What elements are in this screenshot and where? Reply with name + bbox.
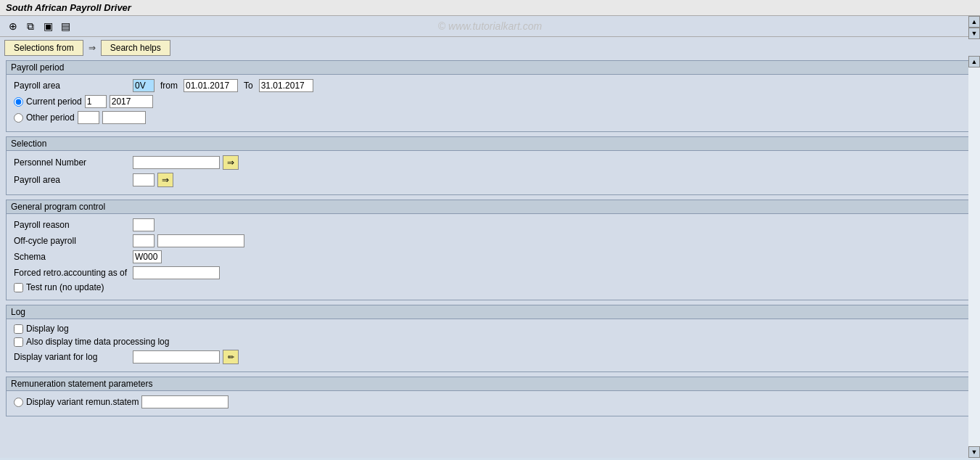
remuneration-header: Remuneration statement parameters <box>7 377 973 391</box>
selection-section: Selection Personnel Number ⇒ Payroll are… <box>6 136 974 195</box>
toolbar-icon-4[interactable]: ▤ <box>58 19 73 33</box>
other-period-num-input[interactable] <box>78 111 99 124</box>
from-label: from <box>160 81 178 91</box>
display-variant-remun-label: Display variant remun.statem <box>26 397 139 407</box>
tab-search-helps[interactable]: Search helps <box>101 40 170 56</box>
payroll-period-header: Payroll period <box>7 61 973 75</box>
schema-label: Schema <box>14 252 130 262</box>
content-scroll-up[interactable]: ▲ <box>968 56 980 67</box>
payroll-area-label: Payroll area <box>14 81 130 91</box>
payroll-area-row: Payroll area from To <box>14 79 966 92</box>
display-log-row: Display log <box>14 324 966 334</box>
payroll-reason-row: Payroll reason <box>14 218 966 231</box>
other-period-row: Other period <box>14 111 966 124</box>
personnel-number-input[interactable] <box>133 156 220 169</box>
also-display-checkbox[interactable] <box>14 337 23 347</box>
toolbar-icon-1[interactable]: ⊕ <box>6 19 20 33</box>
selection-payroll-area-row: Payroll area ⇒ <box>14 173 966 187</box>
display-variant-edit-btn[interactable]: ✏ <box>223 350 239 364</box>
also-display-row: Also display time data processing log <box>14 337 966 347</box>
tab-arrow-icon: ⇒ <box>85 41 99 55</box>
payroll-area-input[interactable] <box>133 79 155 92</box>
display-variant-remun-row: Display variant remun.statem <box>14 395 966 408</box>
watermark: © www.tutorialkart.com <box>438 20 542 32</box>
display-variant-log-row: Display variant for log ✏ <box>14 350 966 364</box>
tab-selections-from[interactable]: Selections from <box>4 40 83 56</box>
off-cycle-input-2[interactable] <box>157 234 244 247</box>
remuneration-body: Display variant remun.statem <box>7 391 973 416</box>
forced-retro-input[interactable] <box>133 266 220 279</box>
scroll-track <box>968 67 980 446</box>
to-date-input[interactable] <box>259 79 313 92</box>
current-period-row: Current period <box>14 95 966 108</box>
display-log-checkbox[interactable] <box>14 324 23 334</box>
general-program-control-header: General program control <box>7 200 973 214</box>
payroll-area-arrow-btn[interactable]: ⇒ <box>157 173 173 187</box>
test-run-checkbox[interactable] <box>14 283 23 292</box>
schema-row: Schema <box>14 250 966 263</box>
payroll-period-body: Payroll area from To Current period Othe… <box>7 75 973 131</box>
test-run-label: Test run (no update) <box>26 282 104 292</box>
tab-bar: Selections from ⇒ Search helps <box>0 37 980 56</box>
off-cycle-input-1[interactable] <box>133 234 155 247</box>
selection-payroll-area-input[interactable] <box>133 173 155 186</box>
log-section: Log Display log Also display time data p… <box>6 305 974 372</box>
test-run-row: Test run (no update) <box>14 282 966 292</box>
toolbar-icon-3[interactable]: ▣ <box>41 19 55 33</box>
personnel-number-label: Personnel Number <box>14 157 130 168</box>
display-variant-log-input[interactable] <box>133 350 220 364</box>
other-period-label: Other period <box>26 112 75 123</box>
payroll-reason-input[interactable] <box>133 218 155 231</box>
current-period-year-input[interactable] <box>110 95 153 108</box>
title-bar: South African Payroll Driver <box>0 0 980 16</box>
payroll-period-section: Payroll period Payroll area from To Curr… <box>6 60 974 132</box>
other-period-radio[interactable] <box>14 113 23 123</box>
scroll-down-arrow[interactable]: ▼ <box>968 28 980 39</box>
schema-input[interactable] <box>133 250 162 263</box>
current-period-num-input[interactable] <box>85 95 107 108</box>
off-cycle-payroll-row: Off-cycle payroll <box>14 234 966 247</box>
scroll-up-arrow[interactable]: ▲ <box>968 16 980 28</box>
selection-header: Selection <box>7 137 973 151</box>
selection-body: Personnel Number ⇒ Payroll area ⇒ <box>7 151 973 194</box>
right-scrollbar: ▲ ▼ <box>968 56 980 458</box>
selection-payroll-area-label: Payroll area <box>14 175 130 185</box>
personnel-number-row: Personnel Number ⇒ <box>14 155 966 170</box>
personnel-number-arrow-btn[interactable]: ⇒ <box>223 155 239 170</box>
payroll-reason-label: Payroll reason <box>14 220 130 230</box>
forced-retro-row: Forced retro.accounting as of <box>14 266 966 279</box>
current-period-radio[interactable] <box>14 97 23 107</box>
content-scroll-down[interactable]: ▼ <box>968 446 980 458</box>
toolbar-icon-2[interactable]: ⧉ <box>23 19 38 33</box>
remuneration-section: Remuneration statement parameters Displa… <box>6 377 974 416</box>
toolbar: ⊕ ⧉ ▣ ▤ © www.tutorialkart.com ▲ ▼ <box>0 16 980 37</box>
general-program-control-body: Payroll reason Off-cycle payroll Schema … <box>7 214 973 300</box>
display-variant-log-label: Display variant for log <box>14 352 130 362</box>
to-label: To <box>244 81 253 91</box>
page-title: South African Payroll Driver <box>6 2 131 13</box>
from-date-input[interactable] <box>184 79 238 92</box>
log-header: Log <box>7 305 973 319</box>
log-body: Display log Also display time data proce… <box>7 319 973 371</box>
display-log-label: Display log <box>26 324 69 334</box>
also-display-label: Also display time data processing log <box>26 337 169 347</box>
display-variant-remun-radio[interactable] <box>14 398 23 407</box>
display-variant-remun-input[interactable] <box>141 395 228 408</box>
other-period-year-input[interactable] <box>102 111 146 124</box>
forced-retro-label: Forced retro.accounting as of <box>14 268 130 278</box>
general-program-control-section: General program control Payroll reason O… <box>6 200 974 300</box>
main-content: Payroll period Payroll area from To Curr… <box>0 56 980 458</box>
off-cycle-payroll-label: Off-cycle payroll <box>14 236 130 246</box>
current-period-label: Current period <box>26 96 82 107</box>
